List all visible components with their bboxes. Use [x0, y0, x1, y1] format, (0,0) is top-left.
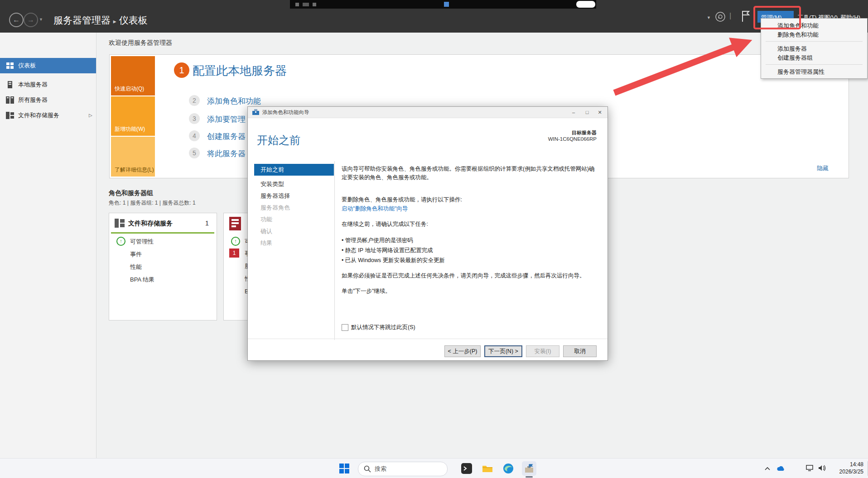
sidebar-item-local-server[interactable]: 本地服务器 [0, 77, 96, 92]
background-window-strip [290, 0, 596, 9]
next-button[interactable]: 下一页(N) > [484, 345, 522, 357]
wizard-title: 添加角色和功能向导 [262, 109, 309, 116]
breadcrumb: 仪表板 [119, 15, 148, 25]
roles-groups-summary: 角色: 1 | 服务器组: 1 | 服务器总数: 1 [109, 199, 196, 207]
file-storage-card-count: 1 [205, 220, 209, 227]
network-icon[interactable] [805, 465, 814, 471]
whats-new-block[interactable]: 新增功能(W) [111, 96, 155, 136]
flag-icon[interactable] [741, 10, 751, 23]
previous-button[interactable]: < 上一步(P) [444, 345, 481, 357]
onedrive-cloud-icon[interactable] [776, 465, 786, 471]
step-5-connect-cloud[interactable]: 将此服务器 [207, 148, 246, 159]
skip-page-checkbox[interactable] [342, 324, 348, 331]
step-1-configure-local-server[interactable]: 配置此本地服务器 [193, 63, 287, 79]
learn-more-block[interactable]: 了解详细信息(L) [111, 137, 155, 177]
step-4-create-server-group[interactable]: 创建服务器 [207, 131, 246, 142]
file-storage-card-title[interactable]: 文件和存储服务 [128, 220, 173, 228]
minimize-button[interactable]: – [568, 108, 579, 116]
wizard-nav-server-selection[interactable]: 服务器选择 [254, 190, 334, 202]
wizard-page-title: 开始之前 [257, 133, 300, 148]
search-placeholder: 搜索 [375, 465, 386, 473]
desktop: ← → ▼ 服务器管理器 ▸ 仪表板 ▼ | 管理(M) 工具(T) 视图(V)… [0, 0, 868, 478]
wizard-intro-paragraph: 该向导可帮助你安装角色、角色服务或功能。你需要根据组织的计算要求(例如共享文档或… [342, 165, 595, 182]
roles-groups-heading: 角色和服务器组 [109, 189, 153, 197]
clock-time: 14:48 [839, 461, 863, 468]
maximize-button[interactable]: □ [581, 108, 593, 116]
wizard-bullet-updates: • 已从 Windows 更新安装最新的安全更新 [342, 256, 595, 265]
wizard-bullet-static-ip: • 静态 IP 地址等网络设置已配置完成 [342, 246, 595, 255]
menu-separator [766, 41, 863, 42]
taskbar: 搜索 英 14:48 2026/3/25 [0, 458, 868, 478]
menu-item-add-servers[interactable]: 添加服务器 [777, 45, 807, 53]
sidebar-item-all-servers[interactable]: 所有服务器 [0, 92, 96, 108]
step-4-badge: 4 [189, 130, 200, 141]
manageability-up-icon: ↑ [231, 237, 240, 246]
search-box[interactable]: 搜索 [358, 462, 448, 476]
events-count-badge: 1 [229, 249, 239, 258]
card-row-performance[interactable]: 性能 [130, 263, 142, 271]
annotation-highlight-box [753, 6, 801, 29]
skip-page-checkbox-label: 默认情况下将跳过此页(S) [351, 324, 415, 331]
taskbar-clock[interactable]: 14:48 2026/3/25 [839, 461, 863, 475]
quick-start-block[interactable]: 快速启动(Q) [111, 56, 155, 96]
target-server-block: 目标服务器 WIN-1C6QNE066RP [548, 129, 597, 142]
app-title: 服务器管理器 ▸ 仪表板 [53, 14, 148, 27]
install-button: 安装(I) [526, 345, 559, 357]
back-icon[interactable]: ← [9, 13, 24, 27]
close-button[interactable]: ✕ [594, 108, 606, 116]
menu-item-remove-roles-features[interactable]: 删除角色和功能 [777, 31, 819, 39]
breadcrumb-separator: ▸ [113, 18, 116, 25]
card-row-bpa[interactable]: BPA 结果 [130, 276, 154, 284]
add-roles-wizard-dialog: 添加角色和功能向导 – □ ✕ 开始之前 目标服务器 WIN-1C6QNE066… [247, 106, 608, 361]
refresh-icon[interactable] [715, 11, 726, 22]
file-storage-icon [6, 112, 14, 119]
terminal-app-icon[interactable] [461, 463, 472, 474]
all-servers-icon [6, 96, 14, 104]
card-row-manageability[interactable]: 可管理性 [130, 238, 154, 246]
wizard-verify-paragraph: 如果你必须验证是否已完成上述任何先决条件，请关闭向导，完成这些步骤，然后再次运行… [342, 272, 595, 280]
card-green-rule [111, 232, 214, 234]
nav-history-caret-icon[interactable]: ▼ [39, 17, 43, 22]
clock-date: 2026/3/25 [839, 468, 863, 475]
start-remove-wizard-link[interactable]: 启动"删除角色和功能"向导 [342, 205, 595, 213]
card-row-events[interactable]: 事件 [130, 250, 142, 258]
tray-chevron-icon[interactable] [765, 467, 770, 470]
wizard-click-next: 单击"下一步"继续。 [342, 287, 595, 296]
start-button[interactable] [339, 463, 350, 474]
menu-item-create-server-group[interactable]: 创建服务器组 [777, 54, 813, 62]
step-2-badge: 2 [189, 95, 200, 106]
notifications-caret-icon[interactable]: ▼ [707, 15, 711, 20]
menu-separator [766, 64, 863, 65]
edge-browser-icon[interactable] [503, 463, 514, 474]
background-window-pill [576, 1, 595, 8]
file-explorer-icon[interactable] [482, 463, 493, 474]
active-app-indicator [526, 476, 533, 478]
forward-icon[interactable]: → [24, 13, 38, 27]
cancel-button[interactable]: 取消 [563, 345, 597, 357]
wizard-nav-features: 功能 [254, 214, 334, 225]
step-3-add-servers[interactable]: 添加要管理 [207, 114, 246, 124]
search-icon [364, 465, 371, 473]
hide-link[interactable]: 隐藏 [817, 164, 829, 172]
local-server-icon [7, 81, 13, 88]
wizard-titlebar[interactable]: 添加角色和功能向导 – □ ✕ [248, 107, 608, 118]
target-server-name: WIN-1C6QNE066RP [548, 136, 597, 142]
dashboard-grid-icon [6, 62, 14, 69]
step-3-badge: 3 [189, 113, 200, 124]
step-2-add-roles-features[interactable]: 添加角色和功能 [207, 96, 261, 106]
expand-arrow-icon[interactable]: ▷ [89, 108, 92, 123]
wizard-footer-divider [248, 339, 608, 339]
target-server-label: 目标服务器 [548, 129, 597, 136]
wizard-remove-instruction: 要删除角色、角色服务或功能，请执行以下操作: [342, 196, 595, 204]
sidebar-item-file-storage[interactable]: 文件和存储服务 ▷ [0, 108, 96, 123]
wizard-bullet-password: • 管理员帐户使用的是强密码 [342, 236, 595, 245]
sidebar-item-dashboard[interactable]: 仪表板 [0, 58, 96, 73]
volume-icon[interactable] [818, 465, 826, 471]
manageability-up-icon: ↑ [116, 237, 125, 246]
wizard-nav-before-begin[interactable]: 开始之前 [254, 164, 334, 176]
wizard-confirm-tasks: 在继续之前，请确认完成以下任务: [342, 220, 595, 229]
server-manager-taskbar-active[interactable] [522, 461, 536, 476]
menu-item-server-manager-properties[interactable]: 服务器管理器属性 [777, 68, 825, 76]
step-5-badge: 5 [189, 148, 200, 158]
wizard-nav-install-type[interactable]: 安装类型 [254, 178, 334, 190]
